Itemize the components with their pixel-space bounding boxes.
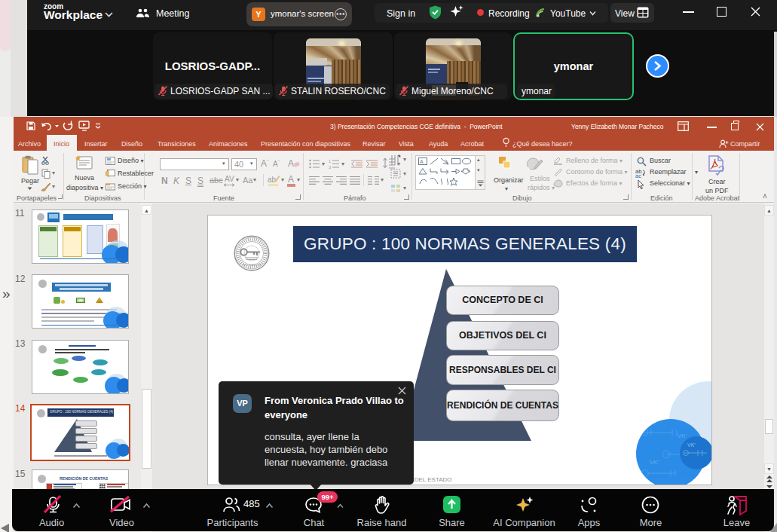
svg-text:1: 1	[329, 159, 331, 164]
svg-text:A: A	[288, 158, 294, 169]
svg-text:E C U A D O R: E C U A D O R	[243, 264, 262, 267]
svg-text:ac: ac	[635, 173, 641, 178]
svg-text:VK′: VK′	[687, 442, 696, 448]
svg-text:A: A	[420, 159, 424, 164]
svg-text:3: 3	[329, 165, 331, 169]
svg-text:VK′: VK′	[650, 459, 659, 466]
svg-text:ab: ab	[268, 176, 277, 184]
svg-text:VK′: VK′	[678, 433, 687, 439]
